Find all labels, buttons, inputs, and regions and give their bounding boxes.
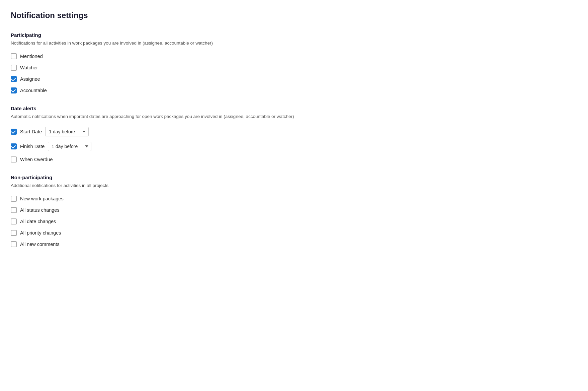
- assignee-checkbox[interactable]: [11, 76, 17, 82]
- watcher-row: Watcher: [11, 65, 577, 71]
- all-date-changes-checkbox[interactable]: [11, 218, 17, 224]
- all-status-changes-row: All status changes: [11, 207, 577, 213]
- all-date-changes-row: All date changes: [11, 218, 577, 224]
- date-alerts-section-title: Date alerts: [11, 106, 577, 111]
- non-participating-section: Non-participating Additional notificatio…: [11, 175, 577, 247]
- accountable-label: Accountable: [20, 88, 47, 93]
- all-date-changes-label: All date changes: [20, 219, 56, 224]
- new-work-packages-row: New work packages: [11, 196, 577, 202]
- assignee-row: Assignee: [11, 76, 577, 82]
- accountable-checkbox[interactable]: [11, 87, 17, 93]
- all-status-changes-checkbox[interactable]: [11, 207, 17, 213]
- start-date-label: Start Date: [20, 129, 42, 134]
- participating-description: Notifications for all activities in work…: [11, 40, 577, 47]
- participating-section-title: Participating: [11, 32, 577, 38]
- when-overdue-checkbox[interactable]: [11, 156, 17, 162]
- finish-date-row: Finish Date 1 day before 2 days before 3…: [11, 142, 577, 151]
- non-participating-description: Additional notifications for activities …: [11, 182, 577, 189]
- page-title: Notification settings: [11, 11, 577, 20]
- finish-date-group: Finish Date 1 day before 2 days before 3…: [11, 142, 91, 151]
- finish-date-label: Finish Date: [20, 144, 45, 149]
- watcher-checkbox[interactable]: [11, 65, 17, 71]
- all-new-comments-row: All new comments: [11, 241, 577, 247]
- all-priority-changes-label: All priority changes: [20, 230, 61, 236]
- mentioned-checkbox[interactable]: [11, 53, 17, 59]
- mentioned-label: Mentioned: [20, 54, 43, 59]
- all-status-changes-label: All status changes: [20, 207, 60, 213]
- non-participating-section-title: Non-participating: [11, 175, 577, 180]
- all-priority-changes-row: All priority changes: [11, 230, 577, 236]
- mentioned-row: Mentioned: [11, 53, 577, 59]
- when-overdue-row: When Overdue: [11, 156, 577, 162]
- accountable-row: Accountable: [11, 87, 577, 93]
- assignee-label: Assignee: [20, 76, 40, 82]
- date-alerts-section: Date alerts Automatic notifications when…: [11, 106, 577, 162]
- finish-date-dropdown[interactable]: 1 day before 2 days before 3 days before…: [48, 142, 91, 151]
- start-date-dropdown[interactable]: 1 day before 2 days before 3 days before…: [45, 127, 89, 136]
- new-work-packages-checkbox[interactable]: [11, 196, 17, 202]
- new-work-packages-label: New work packages: [20, 196, 64, 201]
- all-new-comments-label: All new comments: [20, 242, 60, 247]
- start-date-group: Start Date 1 day before 2 days before 3 …: [11, 127, 89, 136]
- date-alerts-description: Automatic notifications when important d…: [11, 113, 577, 120]
- all-priority-changes-checkbox[interactable]: [11, 230, 17, 236]
- start-date-row: Start Date 1 day before 2 days before 3 …: [11, 127, 577, 136]
- start-date-checkbox[interactable]: [11, 129, 17, 135]
- when-overdue-label: When Overdue: [20, 157, 53, 162]
- all-new-comments-checkbox[interactable]: [11, 241, 17, 247]
- participating-section: Participating Notifications for all acti…: [11, 32, 577, 93]
- finish-date-checkbox[interactable]: [11, 143, 17, 149]
- watcher-label: Watcher: [20, 65, 38, 70]
